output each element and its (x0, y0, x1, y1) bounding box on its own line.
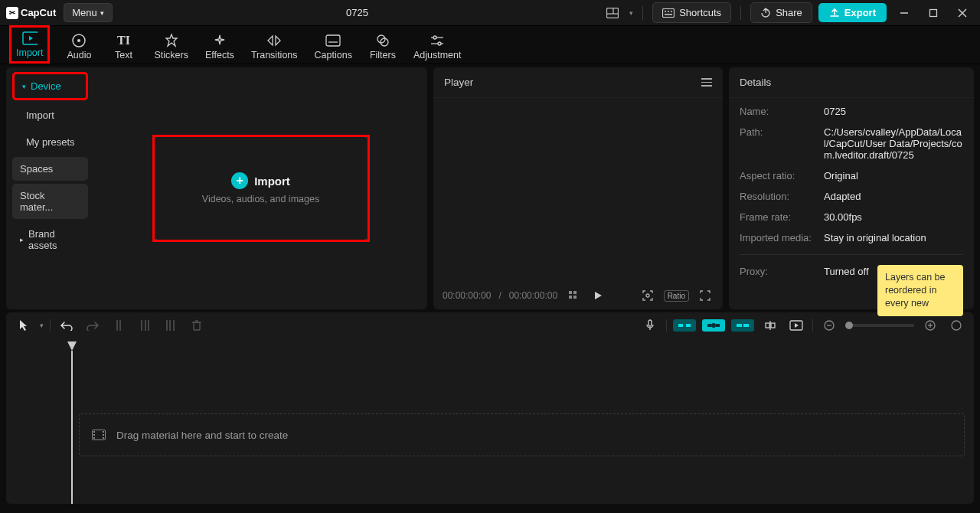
detail-row-path: Path:C:/Users/cvalley/AppData/Local/CapC… (740, 126, 963, 161)
sidebar-item-stock[interactable]: Stock mater... (12, 184, 88, 219)
tab-audio[interactable]: Audio (64, 30, 94, 64)
tab-adjustment[interactable]: Adjustment (412, 30, 463, 64)
detail-val: 0725 (824, 106, 846, 117)
details-panel: Details Name:0725 Path:C:/Users/cvalley/… (729, 67, 974, 309)
sidebar-item-my-presets[interactable]: My presets (12, 130, 88, 154)
import-dropzone[interactable]: + Import Videos, audios, and images (154, 136, 368, 240)
tab-effects[interactable]: Effects (204, 30, 236, 64)
detail-row-resolution: Resolution:Adapted (740, 191, 963, 202)
player-grid-icon[interactable] (565, 287, 582, 304)
align-icon[interactable] (760, 317, 780, 334)
transitions-icon (266, 33, 282, 48)
svg-point-17 (377, 35, 385, 43)
main-tabs: Import Audio TI Text Stickers Effects Tr… (0, 26, 980, 64)
sidebar-label: Device (31, 80, 61, 92)
divider (812, 319, 813, 332)
detail-row-aspect: Aspect ratio:Original (740, 170, 963, 181)
share-button[interactable]: Share (750, 2, 812, 23)
sidebar-item-spaces[interactable]: Spaces (12, 157, 88, 181)
svg-point-27 (646, 294, 649, 297)
timeline[interactable]: Drag material here and start to create (6, 338, 974, 504)
cursor-tool-dropdown[interactable]: ▾ (40, 322, 44, 329)
ratio-badge[interactable]: Ratio (664, 290, 689, 302)
playhead-line (71, 351, 73, 504)
tab-filters[interactable]: Filters (368, 30, 398, 64)
svg-rect-4 (665, 14, 672, 15)
svg-rect-46 (743, 324, 749, 327)
magnet-mode-2[interactable] (702, 319, 725, 332)
mic-icon[interactable] (640, 317, 660, 334)
player-viewport[interactable] (433, 98, 723, 282)
tab-stickers[interactable]: Stickers (152, 30, 189, 64)
preview-icon[interactable] (786, 317, 806, 334)
detail-label: Name: (740, 106, 816, 117)
tab-captions[interactable]: Captions (313, 30, 354, 64)
svg-rect-49 (771, 323, 775, 328)
svg-rect-25 (569, 296, 572, 299)
zoom-fit-icon[interactable] (946, 317, 966, 334)
app-logo: ✂ CapCut (6, 7, 56, 19)
panel-menu-icon[interactable] (701, 78, 712, 87)
tab-transitions[interactable]: Transitions (250, 30, 299, 64)
svg-rect-9 (930, 9, 937, 16)
magnet-mode-1[interactable] (673, 319, 696, 332)
chevron-down-icon: ▾ (100, 9, 104, 17)
timeline-drop-hint[interactable]: Drag material here and start to create (79, 413, 965, 456)
slider-knob[interactable] (845, 322, 853, 329)
window-maximize[interactable] (922, 2, 945, 24)
undo-icon[interactable] (57, 317, 77, 334)
drag-hint-text: Drag material here and start to create (116, 430, 288, 441)
detail-label: Frame rate: (740, 211, 816, 223)
delete-icon[interactable] (187, 317, 207, 334)
zoom-slider[interactable] (845, 324, 914, 327)
divider (50, 319, 51, 332)
tab-label: Import (16, 47, 43, 58)
divider (740, 6, 741, 20)
split-icon[interactable] (109, 317, 129, 334)
menu-button[interactable]: Menu ▾ (64, 3, 113, 22)
cursor-tool-icon[interactable] (14, 317, 34, 334)
menu-label: Menu (72, 7, 97, 18)
sidebar-label: My presets (26, 136, 75, 148)
details-divider (740, 254, 963, 255)
sidebar-label: Stock mater... (20, 190, 80, 213)
svg-rect-39 (648, 320, 652, 326)
svg-rect-6 (668, 11, 669, 12)
player-title: Player (444, 77, 473, 88)
svg-rect-45 (737, 324, 742, 327)
sidebar-label: Brand assets (28, 228, 80, 251)
shortcuts-label: Shortcuts (679, 7, 721, 18)
timeline-toolbar: ▾ (6, 312, 974, 338)
zoom-in-icon[interactable] (920, 317, 940, 334)
layout-icon[interactable] (602, 2, 623, 24)
playhead[interactable] (67, 341, 77, 504)
tab-label: Captions (315, 50, 352, 60)
detail-label: Aspect ratio: (740, 170, 816, 181)
svg-rect-0 (607, 8, 619, 18)
sidebar-item-import[interactable]: Import (12, 103, 88, 127)
zoom-out-icon[interactable] (819, 317, 839, 334)
chevron-down-icon[interactable]: ▾ (629, 9, 633, 17)
divider (642, 6, 643, 20)
shortcuts-button[interactable]: Shortcuts (652, 2, 731, 23)
tab-text[interactable]: TI Text (108, 30, 139, 64)
sidebar-item-brand-assets[interactable]: Brand assets (12, 222, 88, 257)
split-right-icon[interactable] (161, 317, 181, 334)
timeline-tools-left: ▾ (14, 317, 207, 334)
tab-label: Transitions (251, 50, 298, 60)
sidebar-item-device[interactable]: Device (12, 72, 88, 100)
split-left-icon[interactable] (135, 317, 155, 334)
detail-val: 30.00fps (824, 211, 862, 223)
export-button[interactable]: Export (818, 3, 887, 22)
player-header: Player (433, 67, 723, 98)
timeline-tools-right (640, 317, 966, 334)
window-minimize[interactable] (893, 2, 916, 24)
plus-icon: + (231, 172, 248, 189)
tab-import[interactable]: Import (9, 25, 50, 64)
window-close[interactable] (951, 2, 974, 24)
fullscreen-icon[interactable] (697, 287, 714, 304)
redo-icon[interactable] (83, 317, 103, 334)
reframe-icon[interactable] (639, 287, 656, 304)
play-icon[interactable] (590, 287, 606, 304)
magnet-mode-3[interactable] (731, 319, 754, 332)
